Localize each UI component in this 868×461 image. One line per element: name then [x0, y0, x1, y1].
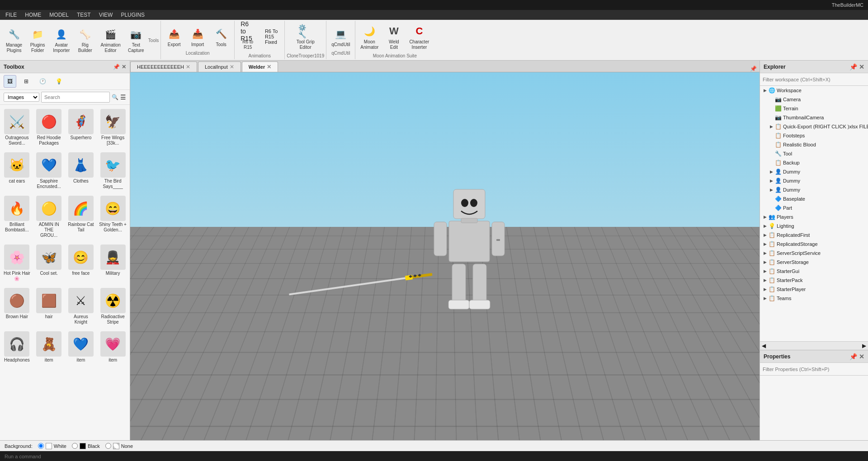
toolbox-tab-light[interactable]: 💡: [52, 75, 65, 88]
toolbox-tab-clock[interactable]: 🕐: [36, 75, 49, 88]
moon-animator-button[interactable]: 🌙 MoonAnimator: [357, 22, 382, 52]
toolbox-tab-grid[interactable]: ⊞: [20, 75, 33, 88]
bg-black-radio[interactable]: [72, 443, 78, 449]
tree-item-server-storage[interactable]: ▶ 📋 ServerStorage: [760, 258, 868, 267]
properties-search-input[interactable]: [763, 367, 865, 372]
toolbox-item-item22[interactable]: 🧸 item: [34, 329, 64, 365]
toolbox-item-red-hoodie[interactable]: 🔴 Red Hoodie Packages: [34, 107, 64, 148]
properties-close-icon[interactable]: ✕: [859, 353, 864, 360]
tree-arrow[interactable]: ▶: [762, 232, 768, 238]
text-capture-button[interactable]: 📷 TextCapture: [125, 25, 147, 56]
tab-heeeeeh-close[interactable]: ✕: [186, 64, 190, 70]
tree-item-server-script-service[interactable]: ▶ 📋 ServerScriptService: [760, 249, 868, 258]
toolbox-item-hot-pink[interactable]: 🌸 Hot Pink Hair 🌸: [2, 242, 32, 284]
tree-arrow[interactable]: ▶: [762, 241, 768, 247]
tree-item-dummy2[interactable]: ▶ 👤 Dummy: [760, 176, 868, 185]
tree-arrow[interactable]: ▶: [762, 214, 768, 220]
tree-arrow[interactable]: ▶: [762, 295, 768, 301]
tool-grip-editor-button[interactable]: ⚙️🔧 Tool GripEditor: [290, 22, 321, 52]
tree-item-tool[interactable]: 🔧 Tool: [760, 149, 868, 158]
menu-file[interactable]: FILE: [2, 11, 20, 19]
toolbox-item-radioactive[interactable]: ☢️ Radioactive Stripe: [98, 286, 128, 327]
toolbox-tab-images[interactable]: 🖼: [4, 75, 16, 88]
tree-arrow[interactable]: ▶: [768, 178, 774, 184]
viewport-canvas[interactable]: [130, 72, 760, 440]
toolbox-item-cool-set[interactable]: 🦋 Cool set.: [34, 242, 64, 284]
tree-item-dummy3[interactable]: ▶ 👤 Dummy: [760, 185, 868, 194]
bg-white-radio[interactable]: [38, 443, 44, 449]
tools-button[interactable]: 🔨 Tools: [210, 24, 232, 50]
tab-welder[interactable]: Welder ✕: [242, 61, 278, 72]
tree-item-starter-player[interactable]: ▶ 📋 StarterPlayer: [760, 285, 868, 294]
bg-white-option[interactable]: White: [38, 443, 66, 449]
toolbox-item-headphones[interactable]: 🎧 Headphones: [2, 329, 32, 365]
tree-item-quick-export[interactable]: ▶ 📋 Quick-Export (RIGHT CLICK )xlsx FILE…: [760, 122, 868, 131]
toolbox-item-free-wings[interactable]: 🦅 Free Wings [33k...: [98, 107, 128, 148]
toolbox-item-superhero[interactable]: 🦸 Superhero: [66, 107, 96, 148]
explorer-scrollbar[interactable]: ◀ ▶: [760, 341, 868, 350]
tree-item-backup[interactable]: 📋 Backup: [760, 158, 868, 167]
toolbox-item-shiny-teeth[interactable]: 😄 Shiny Teeth + Golden...: [98, 193, 128, 240]
import-button[interactable]: 📥 Import: [186, 24, 209, 50]
animation-editor-button[interactable]: 🎬 AnimationEditor: [97, 25, 123, 56]
tree-item-starter-pack[interactable]: ▶ 📋 StarterPack: [760, 276, 868, 285]
tree-arrow[interactable]: ▶: [768, 187, 774, 193]
r6-to-r15-button[interactable]: R6to R15 R6 toR15: [236, 22, 259, 52]
toolbox-item-free-face[interactable]: 😊 free face: [66, 242, 96, 284]
filter-icon[interactable]: ☰: [120, 94, 126, 101]
r6-r15-fixed-button[interactable]: R6 ToR15Fixed: [260, 22, 283, 52]
explorer-search-input[interactable]: [763, 77, 865, 82]
toolbox-item-clothes[interactable]: 👗 Clothes: [66, 150, 96, 192]
command-input[interactable]: [5, 454, 140, 459]
toolbox-item-brilliant[interactable]: 🔥 Brilliant Bombtasti...: [2, 193, 32, 240]
tree-item-footsteps[interactable]: 📋 Footsteps: [760, 131, 868, 140]
tree-arrow[interactable]: ▶: [762, 250, 768, 256]
tree-item-thumbnail-camera[interactable]: 📷 ThumbnailCamera: [760, 113, 868, 122]
tab-welder-close[interactable]: ✕: [267, 64, 271, 70]
rig-builder-button[interactable]: 🦴 RigBuilder: [74, 25, 96, 56]
toolbox-item-the-bird[interactable]: 🐦 The Bird Says____: [98, 150, 128, 192]
menu-test[interactable]: TEST: [73, 11, 94, 19]
scroll-right-icon[interactable]: ▶: [862, 343, 866, 349]
toolbox-pin-icon[interactable]: 📌: [113, 64, 120, 70]
tree-arrow[interactable]: ▶: [762, 259, 768, 265]
toolbox-item-brown-hair[interactable]: 🟤 Brown Hair: [2, 286, 32, 327]
toolbox-search-input[interactable]: [41, 92, 110, 103]
bg-none-option[interactable]: None: [105, 443, 133, 449]
tree-item-realistic-blood[interactable]: 📋 Realistic Blood: [760, 140, 868, 149]
menu-plugins[interactable]: PLUGINS: [117, 11, 148, 19]
tree-item-players[interactable]: ▶ 👥 Players: [760, 212, 868, 221]
tab-heeeeeh[interactable]: HEEEEEEEEEEEEH ✕: [130, 61, 197, 72]
properties-pin-icon[interactable]: 📌: [849, 353, 857, 360]
plugins-folder-button[interactable]: 📁 PluginsFolder: [26, 25, 49, 56]
tree-item-baseplate[interactable]: 🔷 Baseplate: [760, 194, 868, 203]
explorer-search[interactable]: [760, 73, 868, 86]
tree-arrow[interactable]: ▶: [762, 223, 768, 229]
properties-search[interactable]: [760, 363, 868, 376]
bg-black-option[interactable]: Black: [72, 443, 100, 449]
viewport-pin-icon[interactable]: 📌: [747, 66, 760, 72]
tree-arrow[interactable]: ▶: [768, 123, 774, 130]
toolbox-close-icon[interactable]: ✕: [122, 64, 126, 70]
tree-arrow[interactable]: ▶: [762, 286, 768, 292]
toolbox-item-rainbow-cat[interactable]: 🌈 Rainbow Cat Tail: [66, 193, 96, 240]
toolbox-item-cat-ears[interactable]: 🐱 cat ears: [2, 150, 32, 192]
manage-plugins-button[interactable]: 🔧 ManagePlugins: [3, 25, 25, 56]
toolbox-item-outrageous-sword[interactable]: ⚔️ Outrageous Sword...: [2, 107, 32, 148]
filter-dropdown[interactable]: Images Models Plugins Decals Audio Meshe…: [4, 93, 39, 102]
menu-model[interactable]: MODEL: [46, 11, 72, 19]
tree-item-lighting[interactable]: ▶ 💡 Lighting: [760, 221, 868, 230]
toolbox-item-military[interactable]: 💂 Military: [98, 242, 128, 284]
weld-edit-button[interactable]: W WeldEdit: [382, 22, 405, 52]
tree-arrow[interactable]: ▶: [762, 87, 768, 94]
tree-item-workspace[interactable]: ▶ 🌐 Workspace: [760, 86, 868, 95]
search-icon[interactable]: 🔍: [112, 94, 118, 100]
toolbox-item-item24[interactable]: 💗 item: [98, 329, 128, 365]
tab-localinput[interactable]: LocalInput ✕: [198, 61, 241, 72]
tree-item-teams[interactable]: ▶ 📋 Teams: [760, 294, 868, 303]
tree-item-dummy1[interactable]: ▶ 👤 Dummy: [760, 167, 868, 176]
tab-localinput-close[interactable]: ✕: [230, 64, 234, 70]
tree-arrow[interactable]: ▶: [762, 268, 768, 274]
tree-arrow[interactable]: ▶: [762, 277, 768, 283]
toolbox-item-sapphire[interactable]: 💙 Sapphire Encrusted...: [34, 150, 64, 192]
